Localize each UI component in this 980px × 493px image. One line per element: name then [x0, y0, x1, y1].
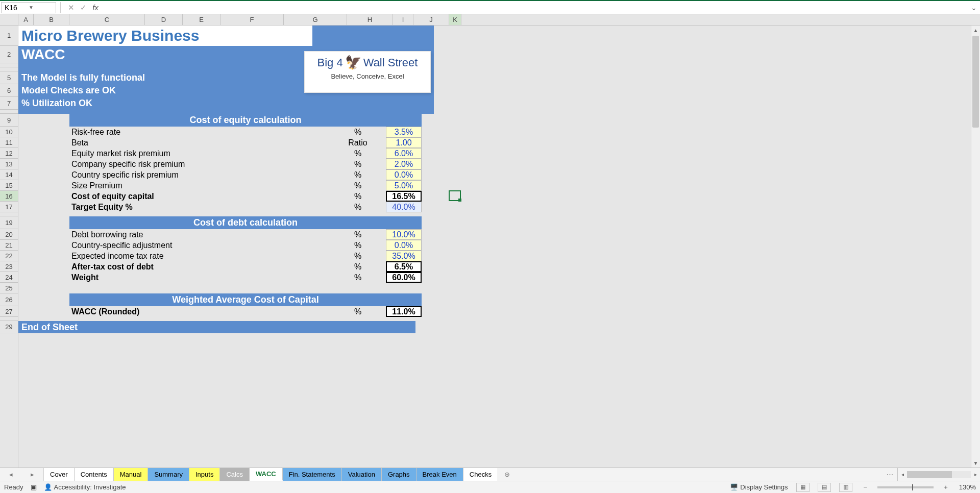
sheet-tab-checks[interactable]: Checks	[463, 468, 498, 481]
column-header-K[interactable]: K	[449, 14, 461, 25]
sheet-tab-summary[interactable]: Summary	[148, 468, 189, 481]
column-header-F[interactable]: F	[220, 14, 284, 25]
row-header-1[interactable]: 1	[0, 26, 18, 46]
row-header-20[interactable]: 20	[0, 229, 18, 240]
sheet-tab-cover[interactable]: Cover	[44, 468, 75, 481]
row-header-17[interactable]: 17	[0, 202, 18, 212]
page-break-view-icon[interactable]: ▥	[839, 483, 852, 492]
row-value[interactable]: 5.0%	[386, 180, 422, 191]
tab-prev-icon[interactable]: ▸	[31, 471, 34, 478]
display-settings-button[interactable]: 🖥️Display Settings	[730, 483, 788, 491]
column-header-H[interactable]: H	[347, 14, 393, 25]
row-header-14[interactable]: 14	[0, 169, 18, 180]
row-header-11[interactable]: 11	[0, 137, 18, 148]
row-value[interactable]: 35.0%	[386, 251, 422, 261]
select-all-corner[interactable]	[0, 14, 18, 25]
row-header-6[interactable]: 6	[0, 84, 18, 97]
formula-input[interactable]	[102, 2, 968, 13]
row-header-27[interactable]: 27	[0, 306, 18, 317]
sheet-tab-fin-statements[interactable]: Fin. Statements	[283, 468, 342, 481]
row-label: After-tax cost of debt	[69, 261, 330, 272]
model-status-utilization: % Utilization OK	[18, 97, 434, 110]
scroll-up-icon[interactable]: ▲	[971, 26, 980, 35]
new-sheet-button[interactable]: ⊕	[498, 468, 516, 481]
scroll-thumb[interactable]	[972, 36, 979, 128]
row-value[interactable]: 10.0%	[386, 229, 422, 240]
row-header-26[interactable]: 26	[0, 293, 18, 306]
vertical-scrollbar[interactable]: ▲ ▼	[971, 26, 980, 467]
row-header-3[interactable]	[0, 63, 18, 67]
sheet-tab-break-even[interactable]: Break Even	[416, 468, 463, 481]
enter-formula-icon[interactable]: ✓	[77, 2, 89, 13]
scroll-down-icon[interactable]: ▼	[971, 458, 980, 467]
expand-formula-bar-icon[interactable]: ⌄	[968, 4, 980, 12]
row-header-23[interactable]: 23	[0, 261, 18, 272]
row-header-15[interactable]: 15	[0, 180, 18, 191]
row-unit: %	[330, 202, 386, 212]
sheet-tab-wacc[interactable]: WACC	[250, 468, 283, 481]
column-header-D[interactable]: D	[145, 14, 183, 25]
zoom-in-button[interactable]: +	[944, 483, 948, 491]
row-header-9[interactable]: 9	[0, 114, 18, 127]
column-header-B[interactable]: B	[34, 14, 69, 25]
tab-first-icon[interactable]: ◂	[9, 471, 13, 478]
row-header-13[interactable]: 13	[0, 159, 18, 169]
column-header-J[interactable]: J	[413, 14, 449, 25]
column-header-E[interactable]: E	[183, 14, 220, 25]
row-header-10[interactable]: 10	[0, 127, 18, 137]
sheet-tab-manual[interactable]: Manual	[114, 468, 149, 481]
row-value[interactable]: 2.0%	[386, 159, 422, 169]
row-header-24[interactable]: 24	[0, 272, 18, 283]
fx-icon[interactable]: fx	[89, 2, 102, 13]
hscroll-thumb[interactable]	[907, 471, 952, 478]
row-header-25[interactable]: 25	[0, 283, 18, 293]
row-value[interactable]: 3.5%	[386, 127, 422, 137]
name-box[interactable]: K16 ▼	[1, 2, 56, 13]
cancel-formula-icon[interactable]: ✕	[65, 2, 77, 13]
row-header-16[interactable]: 16	[0, 191, 18, 202]
sheet-tab-calcs[interactable]: Calcs	[220, 468, 250, 481]
row-header-12[interactable]: 12	[0, 148, 18, 159]
row-header-2[interactable]: 2	[0, 46, 18, 63]
column-header-A[interactable]: A	[18, 14, 34, 25]
row-label: Expected income tax rate	[69, 251, 330, 261]
accessibility-status[interactable]: 👤Accessibility: Investigate	[44, 483, 126, 491]
tab-options-icon[interactable]: ⋯	[882, 468, 897, 481]
sheet-tab-inputs[interactable]: Inputs	[189, 468, 220, 481]
macro-record-icon[interactable]: ▣	[31, 483, 37, 491]
row-label: Country-specific adjustment	[69, 240, 330, 251]
row-header-8[interactable]	[0, 110, 18, 114]
row-value[interactable]: 1.00	[386, 137, 422, 148]
row-header-29[interactable]: 29	[0, 321, 18, 333]
cells-area[interactable]: Micro Brewery BusinessWACCThe Model is f…	[18, 26, 980, 467]
horizontal-scrollbar[interactable]: ◂ ▸	[897, 468, 980, 481]
row-unit: %	[330, 169, 386, 180]
row-header-4[interactable]	[0, 67, 18, 71]
zoom-level[interactable]: 130%	[959, 483, 976, 491]
section-header-wacc: Weighted Average Cost of Capital	[69, 293, 422, 306]
zoom-slider[interactable]	[877, 486, 934, 488]
column-header-C[interactable]: C	[69, 14, 145, 25]
row-header-22[interactable]: 22	[0, 251, 18, 261]
row-header-21[interactable]: 21	[0, 240, 18, 251]
row-value[interactable]: 0.0%	[386, 169, 422, 180]
sheet-tab-valuation[interactable]: Valuation	[342, 468, 382, 481]
row-header-28[interactable]	[0, 317, 18, 321]
row-value[interactable]: 0.0%	[386, 240, 422, 251]
row-header-19[interactable]: 19	[0, 216, 18, 229]
scroll-right-icon[interactable]: ▸	[971, 472, 980, 477]
column-header-G[interactable]: G	[284, 14, 347, 25]
status-bar: Ready ▣ 👤Accessibility: Investigate 🖥️Di…	[0, 481, 980, 493]
row-header-5[interactable]: 5	[0, 71, 18, 84]
scroll-left-icon[interactable]: ◂	[898, 472, 907, 477]
row-header-7[interactable]: 7	[0, 97, 18, 110]
sheet-tab-contents[interactable]: Contents	[75, 468, 114, 481]
page-layout-view-icon[interactable]: ▤	[818, 483, 831, 492]
sheet-tab-graphs[interactable]: Graphs	[382, 468, 416, 481]
column-header-I[interactable]: I	[393, 14, 413, 25]
row-unit: %	[330, 229, 386, 240]
row-value[interactable]: 6.0%	[386, 148, 422, 159]
row-header-18[interactable]	[0, 212, 18, 216]
zoom-out-button[interactable]: −	[864, 483, 868, 491]
normal-view-icon[interactable]: ▦	[796, 483, 810, 492]
